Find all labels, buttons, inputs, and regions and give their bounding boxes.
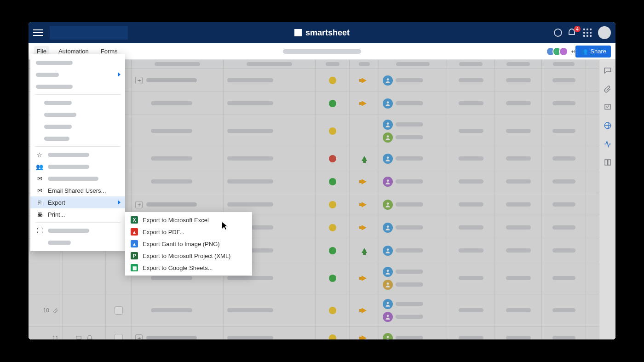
apps-grid-icon[interactable]: [583, 29, 592, 37]
share-button[interactable]: 👥 Share: [575, 46, 611, 57]
file-menu-item[interactable]: [30, 121, 125, 132]
export-submenu: XExport to Microsoft Excel ▲Export to PD…: [125, 212, 252, 276]
file-menu-item[interactable]: [30, 236, 125, 248]
file-menu-item[interactable]: ☆: [30, 149, 125, 161]
file-menu-item-submenu[interactable]: [30, 69, 125, 80]
project-icon: P: [131, 252, 138, 259]
excel-icon: X: [131, 216, 138, 224]
export-project[interactable]: PExport to Microsoft Project (XML): [125, 250, 252, 262]
notifications-icon[interactable]: 4: [569, 29, 577, 37]
file-menu-email-shared[interactable]: ✉Email Shared Users...: [30, 184, 125, 196]
file-menu-item[interactable]: 👥: [30, 161, 125, 172]
notification-badge: 4: [574, 26, 581, 32]
file-menu-item[interactable]: [30, 57, 125, 69]
file-menu-item[interactable]: [30, 132, 125, 144]
export-icon: ⎘: [36, 199, 43, 206]
mail-icon: ✉: [36, 187, 43, 194]
gsheets-icon: ▦: [131, 264, 138, 271]
menu-icon[interactable]: [33, 26, 46, 39]
app-window: smartsheet 4 File Automation Forms +6 👥 …: [29, 22, 615, 339]
file-menu-export[interactable]: ⎘Export: [30, 196, 125, 208]
file-menu-item[interactable]: [30, 97, 125, 109]
people-icon: 👥: [580, 48, 587, 55]
file-menu-item[interactable]: [30, 80, 125, 92]
export-excel[interactable]: XExport to Microsoft Excel: [125, 214, 252, 226]
image-icon: ▲: [131, 240, 138, 247]
file-menu-item[interactable]: [30, 109, 125, 121]
star-icon: ☆: [36, 151, 43, 158]
checkmark-logo-icon: [294, 29, 302, 36]
pdf-icon: ▲: [131, 228, 138, 236]
topbar: smartsheet 4: [29, 22, 615, 43]
help-icon[interactable]: [554, 29, 562, 37]
file-menu-item[interactable]: ⛶: [30, 224, 125, 236]
user-avatar[interactable]: [598, 26, 611, 39]
file-menu-item[interactable]: ✉: [30, 172, 125, 184]
file-menu-print[interactable]: 🖶Print...: [30, 208, 125, 220]
collaborators[interactable]: +6: [549, 47, 577, 56]
export-png[interactable]: ▲Export Gantt to Image (PNG): [125, 238, 252, 250]
export-pdf[interactable]: ▲Export to PDF...: [125, 226, 252, 238]
settings-icon: ⛶: [36, 227, 43, 234]
brand-logo: smartsheet: [294, 28, 350, 38]
export-gsheets[interactable]: ▦Export to Google Sheets...: [125, 262, 252, 274]
people-icon: 👥: [36, 163, 43, 170]
print-icon: 🖶: [36, 211, 43, 218]
search-input[interactable]: [50, 26, 128, 40]
sheet-title-placeholder: [283, 49, 361, 54]
brand-name: smartsheet: [305, 28, 350, 38]
file-menu-dropdown: ☆ 👥 ✉ ✉Email Shared Users... ⎘Export 🖶Pr…: [30, 54, 125, 251]
cursor-icon: [222, 222, 228, 230]
mail-icon: ✉: [36, 175, 43, 182]
